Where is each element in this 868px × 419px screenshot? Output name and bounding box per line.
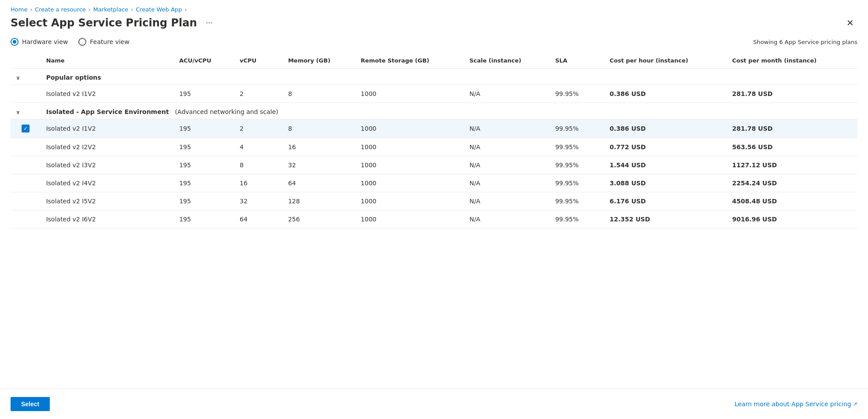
- pricing-table-container: Name ACU/vCPU vCPU Memory (GB) Remote St…: [0, 53, 868, 264]
- section-title-isolated: Isolated - App Service Environment: [46, 108, 169, 115]
- table-row-iso-i1v2[interactable]: Isolated v2 I1V2195281000N/A99.95%0.386 …: [11, 119, 857, 138]
- checkbox-cell-iso-i1v2: [11, 119, 41, 138]
- cell-iso-i3v2-acu: 195: [174, 156, 234, 174]
- cell-iso-i5v2-cost_hour: 6.176 USD: [604, 192, 727, 210]
- ellipsis-button[interactable]: ···: [202, 16, 216, 29]
- cell-iso-i6v2-cost_hour: 12.352 USD: [604, 210, 727, 228]
- th-name: Name: [41, 53, 174, 69]
- cell-iso-i5v2-name: Isolated v2 I5V2: [41, 192, 174, 210]
- pricing-table: Name ACU/vCPU vCPU Memory (GB) Remote St…: [11, 53, 857, 228]
- cell-iso-i2v2-cost_month: 563.56 USD: [727, 138, 857, 156]
- cell-iso-i4v2-scale: N/A: [464, 174, 550, 192]
- chevron-icon-popular: ∨: [16, 75, 20, 81]
- cell-iso-i1v2-storage: 1000: [355, 119, 464, 138]
- cell-iso-i5v2-acu: 195: [174, 192, 234, 210]
- th-cost-month: Cost per month (instance): [727, 53, 857, 69]
- cell-iso-i2v2-storage: 1000: [355, 138, 464, 156]
- table-row-iso-i2v2[interactable]: Isolated v2 I2V21954161000N/A99.95%0.772…: [11, 138, 857, 156]
- hardware-view-option[interactable]: Hardware view: [11, 38, 68, 46]
- breadcrumb: Home › Create a resource › Marketplace ›…: [0, 0, 868, 16]
- hardware-view-radio[interactable]: [11, 38, 18, 46]
- table-header-row: Name ACU/vCPU vCPU Memory (GB) Remote St…: [11, 53, 857, 69]
- cell-iso-i6v2-cost_month: 9016.96 USD: [727, 210, 857, 228]
- cell-iso-i4v2-acu: 195: [174, 174, 234, 192]
- cell-iso-i3v2-cost_hour: 1.544 USD: [604, 156, 727, 174]
- breadcrumb-marketplace[interactable]: Marketplace: [93, 6, 129, 13]
- checkbox-cell-iso-i3v2: [11, 156, 41, 174]
- cell-iso-i5v2-cost_month: 4508.48 USD: [727, 192, 857, 210]
- cell-popular-i1v2-storage: 1000: [355, 85, 464, 103]
- checkbox-cell-popular-i1v2: [11, 85, 41, 103]
- checkbox-cell-iso-i2v2: [11, 138, 41, 156]
- cell-iso-i5v2-vcpu: 32: [234, 192, 283, 210]
- th-scale: Scale (instance): [464, 53, 550, 69]
- section-title-popular: Popular options: [46, 74, 101, 81]
- breadcrumb-home[interactable]: Home: [11, 6, 27, 13]
- cell-iso-i3v2-name: Isolated v2 I3V2: [41, 156, 174, 174]
- cell-popular-i1v2-sla: 99.95%: [550, 85, 605, 103]
- cell-iso-i6v2-sla: 99.95%: [550, 210, 605, 228]
- section-header-isolated[interactable]: ∨Isolated - App Service Environment(Adva…: [11, 103, 857, 119]
- cell-iso-i1v2-scale: N/A: [464, 119, 550, 138]
- showing-count: Showing 6 App Service pricing plans: [753, 39, 857, 45]
- cell-iso-i1v2-cost_month: 281.78 USD: [727, 119, 857, 138]
- cell-iso-i5v2-storage: 1000: [355, 192, 464, 210]
- cell-iso-i1v2-name: Isolated v2 I1V2: [41, 119, 174, 138]
- cell-iso-i4v2-cost_hour: 3.088 USD: [604, 174, 727, 192]
- cell-iso-i2v2-vcpu: 4: [234, 138, 283, 156]
- chevron-icon-isolated: ∨: [16, 109, 20, 115]
- cell-iso-i3v2-storage: 1000: [355, 156, 464, 174]
- table-row-iso-i6v2[interactable]: Isolated v2 I6V2195642561000N/A99.95%12.…: [11, 210, 857, 228]
- section-toggle-cell-popular: ∨: [11, 69, 41, 85]
- table-row-iso-i5v2[interactable]: Isolated v2 I5V2195321281000N/A99.95%6.1…: [11, 192, 857, 210]
- footer: Select Learn more about App Service pric…: [0, 388, 868, 419]
- cell-iso-i6v2-scale: N/A: [464, 210, 550, 228]
- breadcrumb-sep-1: ›: [30, 7, 32, 13]
- cell-popular-i1v2-name: Isolated v2 I1V2: [41, 85, 174, 103]
- view-toggle: Hardware view Feature view Showing 6 App…: [0, 38, 868, 53]
- breadcrumb-create-resource[interactable]: Create a resource: [35, 6, 86, 13]
- learn-more-link[interactable]: Learn more about App Service pricing ↗: [735, 401, 857, 408]
- cell-iso-i4v2-cost_month: 2254.24 USD: [727, 174, 857, 192]
- page-title: Select App Service Pricing Plan: [11, 17, 197, 29]
- cell-iso-i2v2-memory: 16: [283, 138, 355, 156]
- table-row-iso-i3v2[interactable]: Isolated v2 I3V21958321000N/A99.95%1.544…: [11, 156, 857, 174]
- section-label-popular: Popular options: [41, 69, 857, 85]
- learn-more-text: Learn more about App Service pricing: [735, 401, 851, 408]
- feature-view-option[interactable]: Feature view: [78, 38, 129, 46]
- checkbox-checked-iso-i1v2[interactable]: [22, 125, 30, 132]
- th-storage: Remote Storage (GB): [355, 53, 464, 69]
- table-row-popular-i1v2[interactable]: Isolated v2 I1V2195281000N/A99.95%0.386 …: [11, 85, 857, 103]
- select-button[interactable]: Select: [11, 397, 50, 411]
- th-sla: SLA: [550, 53, 605, 69]
- breadcrumb-sep-2: ›: [89, 7, 91, 13]
- cell-iso-i2v2-acu: 195: [174, 138, 234, 156]
- table-row-iso-i4v2[interactable]: Isolated v2 I4V219516641000N/A99.95%3.08…: [11, 174, 857, 192]
- cell-popular-i1v2-scale: N/A: [464, 85, 550, 103]
- hardware-view-label: Hardware view: [22, 38, 68, 45]
- table-body: ∨Popular optionsIsolated v2 I1V219528100…: [11, 69, 857, 228]
- cell-iso-i6v2-acu: 195: [174, 210, 234, 228]
- cell-iso-i6v2-memory: 256: [283, 210, 355, 228]
- page-header: Select App Service Pricing Plan ··· ✕: [0, 16, 868, 38]
- cell-iso-i3v2-vcpu: 8: [234, 156, 283, 174]
- checkbox-cell-iso-i6v2: [11, 210, 41, 228]
- feature-view-radio[interactable]: [78, 38, 86, 46]
- close-button[interactable]: ✕: [843, 17, 857, 29]
- cell-iso-i3v2-memory: 32: [283, 156, 355, 174]
- cell-iso-i4v2-name: Isolated v2 I4V2: [41, 174, 174, 192]
- cell-iso-i2v2-scale: N/A: [464, 138, 550, 156]
- cell-popular-i1v2-vcpu: 2: [234, 85, 283, 103]
- th-checkbox: [11, 53, 41, 69]
- section-header-popular[interactable]: ∨Popular options: [11, 69, 857, 85]
- cell-iso-i4v2-sla: 99.95%: [550, 174, 605, 192]
- cell-iso-i6v2-vcpu: 64: [234, 210, 283, 228]
- cell-iso-i2v2-name: Isolated v2 I2V2: [41, 138, 174, 156]
- cell-iso-i3v2-sla: 99.95%: [550, 156, 605, 174]
- page-title-row: Select App Service Pricing Plan ···: [11, 16, 216, 29]
- cell-iso-i4v2-vcpu: 16: [234, 174, 283, 192]
- th-cost-hour: Cost per hour (instance): [604, 53, 727, 69]
- cell-iso-i4v2-memory: 64: [283, 174, 355, 192]
- cell-iso-i1v2-sla: 99.95%: [550, 119, 605, 138]
- checkbox-cell-iso-i5v2: [11, 192, 41, 210]
